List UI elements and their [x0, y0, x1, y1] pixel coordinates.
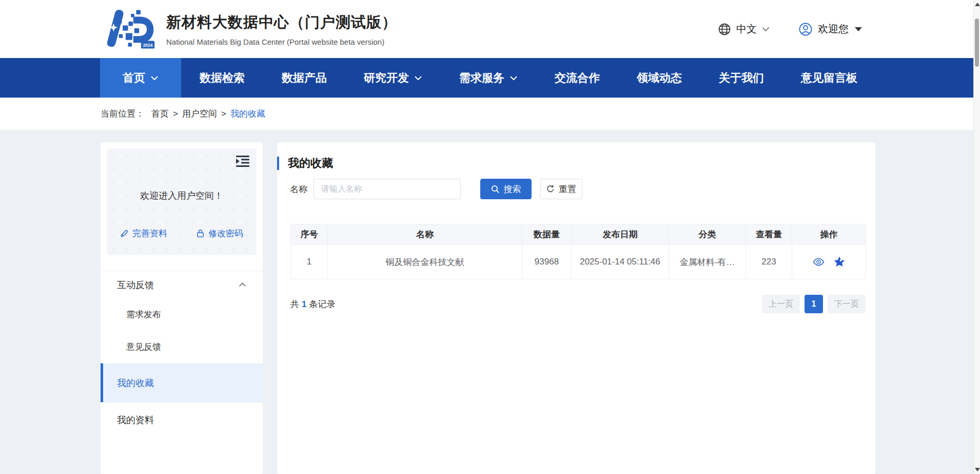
cell-name: 铜及铜合金科技文献 [328, 245, 522, 279]
sidebar-item-feedback-group[interactable]: 互动反馈 [101, 271, 263, 298]
site-logo-icon: 2024 [101, 7, 156, 52]
chevron-down-icon [414, 75, 422, 81]
record-count-suffix: 条记录 [309, 299, 335, 309]
view-button[interactable] [813, 257, 825, 267]
nav-item-data-search[interactable]: 数据检索 [181, 58, 263, 98]
site-subtitle: National Materials Big Data Center (Port… [166, 37, 397, 46]
sidebar: 欢迎进入用户空间！ 完善资料 修改密码 [101, 142, 263, 474]
search-button[interactable]: 搜索 [480, 179, 532, 199]
cell-publish-date: 2025-01-14 05:11:46 [572, 245, 669, 279]
search-button-label: 搜索 [504, 183, 521, 195]
eye-icon [813, 257, 825, 267]
nav-label: 交流合作 [555, 70, 600, 86]
cell-category: 金属材料-有… [669, 245, 746, 279]
top-header: 2024 新材料大数据中心（门户测试版） National Materials … [0, 0, 980, 58]
content-area: 欢迎进入用户空间！ 完善资料 修改密码 [0, 130, 980, 474]
nav-item-about-us[interactable]: 关于我们 [700, 58, 782, 98]
chevron-down-icon [150, 75, 159, 81]
globe-icon [718, 23, 731, 36]
page-scrollbar[interactable] [973, 0, 980, 474]
record-count: 共1条记录 [290, 298, 335, 310]
edit-profile-link[interactable]: 完善资料 [120, 227, 167, 239]
breadcrumb-home[interactable]: 首页 [151, 108, 169, 120]
lock-icon [196, 229, 205, 238]
nav-label: 研究开发 [364, 70, 409, 86]
sidebar-item-opinion-feedback[interactable]: 意见反馈 [101, 331, 263, 363]
nav-label: 意见留言板 [801, 70, 857, 86]
nav-label: 首页 [123, 70, 145, 86]
prev-page-button[interactable]: 上一页 [762, 295, 800, 313]
breadcrumb-user-space[interactable]: 用户空间 [182, 108, 217, 120]
sidebar-item-my-profile[interactable]: 我的资料 [101, 402, 263, 437]
chevron-down-icon [509, 75, 518, 81]
chevron-down-icon [762, 27, 770, 32]
nav-item-message-board[interactable]: 意见留言板 [782, 58, 876, 98]
cell-index: 1 [291, 245, 328, 279]
search-form: 名称 搜索 重置 [290, 179, 875, 199]
breadcrumb-separator: > [173, 109, 178, 119]
scroll-down-arrow-icon[interactable] [975, 468, 980, 471]
user-circle-icon [798, 22, 813, 36]
chevron-up-icon [239, 282, 246, 287]
reset-button[interactable]: 重置 [540, 179, 582, 199]
nav-item-cooperation[interactable]: 交流合作 [536, 58, 618, 98]
nav-item-home[interactable]: 首页 [100, 58, 181, 98]
scrollbar-thumb[interactable] [975, 18, 979, 67]
breadcrumb-prefix: 当前位置： [101, 108, 144, 120]
name-search-input[interactable] [313, 179, 461, 199]
breadcrumb-current: 我的收藏 [230, 108, 265, 120]
col-header-actions: 操作 [792, 224, 866, 245]
cell-views: 223 [746, 245, 792, 279]
collapse-menu-icon[interactable] [236, 156, 249, 167]
table-row: 1 铜及铜合金科技文献 93968 2025-01-14 05:11:46 金属… [291, 245, 866, 279]
pencil-icon [120, 229, 129, 238]
record-count-prefix: 共 [290, 299, 299, 309]
nav-label: 需求服务 [459, 70, 504, 86]
nav-item-field-news[interactable]: 领域动态 [618, 58, 700, 98]
scroll-up-arrow-icon[interactable] [975, 3, 980, 6]
welcome-message: 欢迎进入用户空间！ [107, 148, 257, 202]
my-favorites-panel: 我的收藏 名称 搜索 重置 [277, 142, 875, 474]
nav-item-data-products[interactable]: 数据产品 [263, 58, 345, 98]
reset-button-label: 重置 [559, 183, 576, 195]
col-header-index: 序号 [291, 224, 328, 245]
nav-item-demand-services[interactable]: 需求服务 [441, 58, 536, 98]
nav-label: 领域动态 [637, 70, 682, 86]
favorites-table: 序号 名称 数据量 发布日期 分类 查看量 操作 1 铜及铜合金科技文献 939… [290, 224, 866, 279]
logo-year: 2024 [143, 42, 153, 47]
sidebar-menu: 互动反馈 需求发布 意见反馈 我的收藏 我的资料 [101, 271, 263, 437]
page-title: 我的收藏 [277, 157, 875, 170]
breadcrumb: 当前位置： 首页 > 用户空间 > 我的收藏 [0, 98, 980, 130]
nav-label: 数据检索 [200, 70, 245, 86]
sidebar-item-demand-publish[interactable]: 需求发布 [101, 298, 263, 331]
name-field-label: 名称 [290, 183, 307, 195]
col-header-data-volume: 数据量 [522, 224, 572, 245]
star-button[interactable] [834, 256, 845, 268]
caret-down-icon [855, 27, 862, 31]
change-password-link[interactable]: 修改密码 [196, 227, 243, 239]
col-header-category: 分类 [669, 224, 746, 245]
record-count-value: 1 [302, 299, 306, 309]
page-number-1[interactable]: 1 [805, 295, 823, 313]
user-menu[interactable]: 欢迎您 [798, 22, 862, 36]
main-navbar: 首页 数据检索 数据产品 研究开发 需求服务 交流合作 领域动态 关于我们 意见… [0, 58, 980, 98]
menu-item-label: 我的收藏 [117, 377, 154, 389]
menu-group-label: 互动反馈 [117, 279, 154, 291]
breadcrumb-separator: > [221, 109, 226, 119]
menu-sub-label: 需求发布 [126, 309, 161, 320]
col-header-views: 查看量 [746, 224, 792, 245]
cell-actions [792, 245, 866, 279]
star-icon [834, 256, 845, 268]
sidebar-item-my-favorites[interactable]: 我的收藏 [101, 363, 263, 402]
change-password-label: 修改密码 [208, 227, 243, 239]
language-label: 中文 [736, 22, 757, 36]
table-footer: 共1条记录 上一页 1 下一页 [290, 295, 866, 313]
next-page-button[interactable]: 下一页 [828, 295, 866, 313]
welcome-user-label: 欢迎您 [818, 22, 849, 36]
menu-item-label: 我的资料 [117, 414, 154, 426]
site-title: 新材料大数据中心（门户测试版） [166, 12, 397, 33]
search-icon [491, 185, 500, 194]
nav-item-research[interactable]: 研究开发 [345, 58, 441, 98]
cell-data-volume: 93968 [522, 245, 572, 279]
language-switcher[interactable]: 中文 [718, 22, 770, 36]
